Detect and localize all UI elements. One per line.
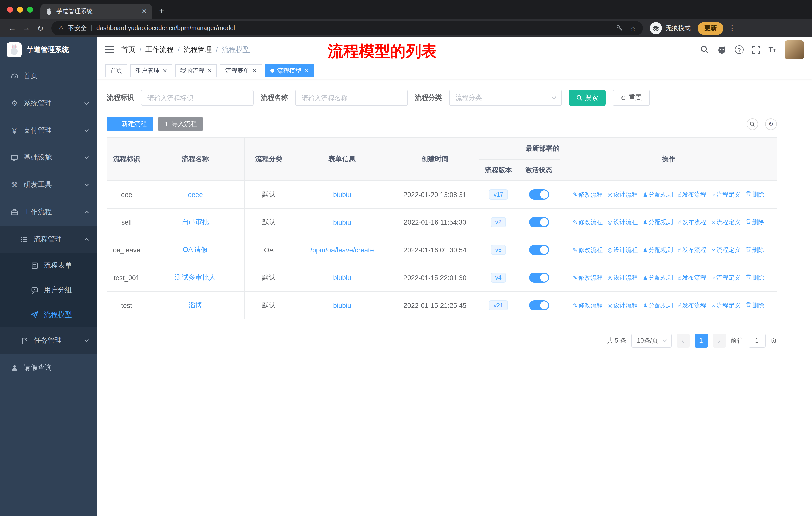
address-bar[interactable]: ⚠ 不安全 | dashboard.yudao.iocoder.cn/bpm/m… [51,21,643,35]
page-size-select[interactable]: 10条/页 [631,333,671,348]
delete-link[interactable]: 删除 [746,246,764,253]
tag-home[interactable]: 首页 [105,64,127,77]
form-link[interactable]: /bpm/oa/leave/create [310,246,374,254]
process-definition-link[interactable]: ∞流程定义 [712,191,741,198]
process-definition-link[interactable]: ∞流程定义 [712,246,741,253]
import-process-button[interactable]: ↥ 导入流程 [158,117,203,131]
tag-process-model[interactable]: 流程模型 ✕ [265,64,314,77]
form-link[interactable]: biubiu [333,191,351,198]
font-size-icon[interactable]: TT [768,45,776,54]
publish-process-link[interactable]: ☝发布流程 [678,218,706,225]
browser-tab[interactable]: 芋道管理系统 ✕ [40,3,152,19]
tag-my-process[interactable]: 我的流程 ✕ [175,64,217,77]
design-process-link[interactable]: ◎设计流程 [608,191,638,198]
form-link[interactable]: biubiu [333,274,351,281]
sidebar-item-task-management[interactable]: 任务管理 [0,327,97,354]
refresh-table-button[interactable]: ↻ [765,118,777,130]
sidebar-item-infrastructure[interactable]: 基础设施 [0,144,97,171]
sidebar-item-home[interactable]: 首页 [0,62,97,90]
process-category-select[interactable]: 流程分类 [449,90,562,106]
active-toggle[interactable] [529,245,549,255]
publish-process-link[interactable]: ☝发布流程 [678,302,706,309]
browser-menu-icon[interactable]: ⋮ [728,24,736,33]
delete-link[interactable]: 删除 [746,274,764,281]
process-definition-link[interactable]: ∞流程定义 [712,302,741,309]
design-process-link[interactable]: ◎设计流程 [608,246,638,253]
forward-button[interactable]: → [19,21,33,35]
zoom-window-button[interactable] [27,6,33,12]
process-id-input[interactable] [141,90,254,106]
process-name-link[interactable]: 自己审批 [182,218,209,226]
assign-rule-link[interactable]: ♟分配规则 [643,274,673,281]
help-icon[interactable]: ? [735,45,743,54]
assign-rule-link[interactable]: ♟分配规则 [643,191,673,198]
search-button[interactable]: 搜索 [569,90,606,106]
publish-process-link[interactable]: ☝发布流程 [678,246,706,253]
user-avatar[interactable] [785,40,804,59]
process-name-link[interactable]: eeee [188,191,203,198]
sidebar-item-system[interactable]: ⚙ 系统管理 [0,90,97,117]
reset-button[interactable]: ↻ 重置 [613,90,650,106]
sidebar-item-user-group[interactable]: 用户分组 [0,278,97,302]
close-icon[interactable]: ✕ [163,67,167,74]
active-toggle[interactable] [529,300,549,310]
create-process-button[interactable]: ＋ 新建流程 [107,117,153,131]
delete-link[interactable]: 删除 [746,191,764,198]
sidebar-item-leave-query[interactable]: 请假查询 [0,354,97,381]
assign-rule-link[interactable]: ♟分配规则 [643,218,673,225]
modify-process-link[interactable]: ✎修改流程 [573,246,603,253]
sidebar-collapse-icon[interactable] [105,46,114,53]
tab-close-icon[interactable]: ✕ [141,7,147,15]
active-toggle[interactable] [529,273,549,283]
github-icon[interactable] [717,45,726,54]
process-definition-link[interactable]: ∞流程定义 [712,218,741,225]
modify-process-link[interactable]: ✎修改流程 [573,302,603,309]
publish-process-link[interactable]: ☝发布流程 [678,191,706,198]
goto-page-input[interactable] [748,333,765,348]
form-link[interactable]: biubiu [333,302,351,309]
tag-tenant[interactable]: 租户管理 ✕ [130,64,172,77]
breadcrumb-home[interactable]: 首页 [121,45,136,54]
process-name-link[interactable]: 滔博 [188,301,202,309]
assign-rule-link[interactable]: ♟分配规则 [643,302,673,309]
sidebar-item-process-management[interactable]: 流程管理 [0,226,97,253]
prev-page-button[interactable]: ‹ [676,333,689,348]
process-name-link[interactable]: 测试多审批人 [175,274,216,281]
sidebar-item-process-form[interactable]: 流程表单 [0,253,97,278]
page-number-button[interactable]: 1 [694,333,707,348]
sidebar-item-payment[interactable]: ¥ 支付管理 [0,117,97,144]
publish-process-link[interactable]: ☝发布流程 [678,274,706,281]
new-tab-button[interactable]: + [159,6,164,16]
modify-process-link[interactable]: ✎修改流程 [573,191,603,198]
delete-link[interactable]: 删除 [746,302,764,309]
close-icon[interactable]: ✕ [304,67,309,74]
search-icon[interactable] [700,45,708,54]
active-toggle[interactable] [529,217,549,227]
active-toggle[interactable] [529,189,549,199]
modify-process-link[interactable]: ✎修改流程 [573,274,603,281]
sidebar-item-devtools[interactable]: ⚒ 研发工具 [0,171,97,198]
design-process-link[interactable]: ◎设计流程 [608,302,638,309]
toggle-search-button[interactable] [747,118,758,130]
minimize-window-button[interactable] [17,6,23,12]
sidebar-item-workflow[interactable]: 工作流程 [0,198,97,226]
close-icon[interactable]: ✕ [253,67,257,74]
process-name-link[interactable]: OA 请假 [183,246,208,253]
design-process-link[interactable]: ◎设计流程 [608,218,638,225]
breadcrumb-workflow[interactable]: 工作流程 [145,45,174,54]
delete-link[interactable]: 删除 [746,218,764,225]
sidebar-item-process-model[interactable]: 流程模型 [0,302,97,327]
back-button[interactable]: ← [5,21,19,35]
close-window-button[interactable] [7,6,13,12]
process-name-input[interactable] [295,90,408,106]
next-page-button[interactable]: › [713,333,726,348]
form-link[interactable]: biubiu [333,218,351,226]
assign-rule-link[interactable]: ♟分配规则 [643,246,673,253]
close-icon[interactable]: ✕ [207,67,212,74]
bookmark-star-icon[interactable]: ☆ [630,24,636,32]
modify-process-link[interactable]: ✎修改流程 [573,218,603,225]
process-definition-link[interactable]: ∞流程定义 [712,274,741,281]
design-process-link[interactable]: ◎设计流程 [608,274,638,281]
breadcrumb-process-management[interactable]: 流程管理 [184,45,212,54]
reload-button[interactable]: ↻ [33,21,47,35]
